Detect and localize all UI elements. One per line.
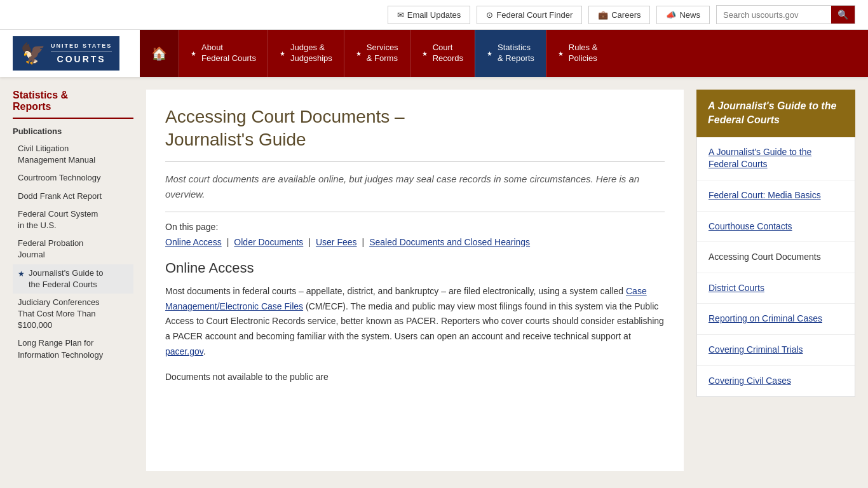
careers-label: Careers <box>611 10 641 20</box>
pacer-link[interactable]: pacer.gov <box>165 346 203 356</box>
sidebar-link-judiciary-conferences[interactable]: Judiciary ConferencesThat Cost More Than… <box>13 294 133 335</box>
search-form: 🔍 <box>716 5 855 24</box>
nav-item-judges[interactable]: ★ Judges & Judgeships <box>268 30 344 77</box>
sidebar-link-dodd-frank[interactable]: Dodd Frank Act Report <box>13 187 133 205</box>
sealed-documents-link[interactable]: Sealed Documents and Closed Hearings <box>369 237 530 247</box>
nav-item-rules[interactable]: ★ Rules & Policies <box>546 30 609 77</box>
location-icon: ⊙ <box>486 10 493 20</box>
right-sidebar: A Journalist's Guide to the Federal Cour… <box>696 90 855 471</box>
megaphone-icon: 📣 <box>666 10 676 20</box>
intro-text: Most court documents are available onlin… <box>165 172 665 202</box>
sidebar-link-civil-litigation[interactable]: Civil LitigationManagement Manual <box>13 140 133 169</box>
sidebar-link-federal-probation[interactable]: Federal ProbationJournal <box>13 234 133 264</box>
search-button[interactable]: 🔍 <box>831 6 855 24</box>
nav-item-statistics[interactable]: ★ Statistics & Reports <box>475 30 546 77</box>
sidebar-link-courtroom[interactable]: Courtroom Technology <box>13 169 133 187</box>
sidebar-link-long-range-plan[interactable]: Long Range Plan forInformation Technolog… <box>13 334 133 363</box>
right-link-covering-civil[interactable]: Covering Civil Cases <box>697 366 855 397</box>
on-this-page-links: Online Access | Older Documents | User F… <box>165 237 665 247</box>
cmecf-link[interactable]: Case Management/Electronic Case Files <box>165 286 647 311</box>
older-documents-link[interactable]: Older Documents <box>234 237 303 247</box>
online-access-heading: Online Access <box>165 260 665 276</box>
left-sidebar: Statistics &Reports Publications Civil L… <box>13 90 133 471</box>
main-content: Accessing Court Documents –Journalist's … <box>146 90 684 471</box>
logo-text: UNITED STATES COURTS <box>51 43 112 65</box>
user-fees-link[interactable]: User Fees <box>316 237 357 247</box>
briefcase-icon: 💼 <box>598 10 608 20</box>
sidebar-link-federal-court-system[interactable]: Federal Court Systemin the U.S. <box>13 205 133 234</box>
right-sidebar-header: A Journalist's Guide to the Federal Cour… <box>696 90 855 137</box>
page-title: Accessing Court Documents –Journalist's … <box>165 105 665 152</box>
careers-button[interactable]: 💼 Careers <box>588 6 650 24</box>
nav-star-icon: ★ <box>280 50 285 58</box>
title-divider <box>165 161 665 162</box>
nav-star-icon: ★ <box>487 50 492 58</box>
on-this-page-label: On this page: <box>165 222 665 232</box>
main-nav: 🏠 ★ About Federal Courts ★ Judges & Judg… <box>140 30 868 77</box>
nav-star-icon: ★ <box>356 50 362 58</box>
eagle-icon: 🦅 <box>20 41 46 65</box>
news-button[interactable]: 📣 News <box>656 6 710 24</box>
body-paragraph-2: Documents not available to the public ar… <box>165 370 665 385</box>
site-logo[interactable]: 🦅 UNITED STATES COURTS <box>13 36 119 71</box>
nav-item-about[interactable]: ★ About Federal Courts <box>179 30 268 77</box>
email-updates-label: Email Updates <box>407 10 461 20</box>
intro-divider <box>165 212 665 212</box>
search-input[interactable] <box>717 6 831 24</box>
nav-item-court-records[interactable]: ★ Court Records <box>410 30 475 77</box>
site-header: 🦅 UNITED STATES COURTS 🏠 ★ About Federal… <box>0 30 868 77</box>
right-link-reporting-criminal[interactable]: Reporting on Criminal Cases <box>697 304 855 335</box>
nav-item-services[interactable]: ★ Services & Forms <box>344 30 410 77</box>
sidebar-title: Statistics &Reports <box>13 90 133 119</box>
main-layout: Statistics &Reports Publications Civil L… <box>0 77 868 484</box>
right-link-district-courts[interactable]: District Courts <box>697 273 855 304</box>
email-icon: ✉ <box>397 10 404 20</box>
top-bar: ✉ Email Updates ⊙ Federal Court Finder 💼… <box>0 0 868 30</box>
email-updates-button[interactable]: ✉ Email Updates <box>388 6 471 24</box>
federal-court-finder-button[interactable]: ⊙ Federal Court Finder <box>477 6 582 24</box>
news-label: News <box>679 10 700 20</box>
federal-court-finder-label: Federal Court Finder <box>496 10 573 20</box>
nav-star-icon: ★ <box>422 50 428 58</box>
logo-area: 🦅 UNITED STATES COURTS <box>0 30 140 77</box>
right-link-media-basics[interactable]: Federal Court: Media Basics <box>697 180 855 212</box>
right-link-accessing-documents: Accessing Court Documents <box>697 242 855 273</box>
online-access-link[interactable]: Online Access <box>165 237 222 247</box>
sidebar-link-journalists-guide[interactable]: ★ Journalist's Guide tothe Federal Court… <box>13 264 133 294</box>
body-paragraph: Most documents in federal courts – appel… <box>165 284 665 360</box>
nav-star-icon: ★ <box>558 50 564 58</box>
right-link-courthouse-contacts[interactable]: Courthouse Contacts <box>697 212 855 243</box>
home-nav-button[interactable]: 🏠 <box>140 30 179 77</box>
nav-star-icon: ★ <box>191 50 196 58</box>
active-star-icon: ★ <box>18 269 25 280</box>
right-sidebar-links: A Journalist's Guide to the Federal Cour… <box>696 137 855 397</box>
sidebar-section-publications: Publications <box>13 126 133 136</box>
right-link-journalists-guide[interactable]: A Journalist's Guide to the Federal Cour… <box>697 137 855 180</box>
right-link-covering-criminal-trials[interactable]: Covering Criminal Trials <box>697 335 855 366</box>
